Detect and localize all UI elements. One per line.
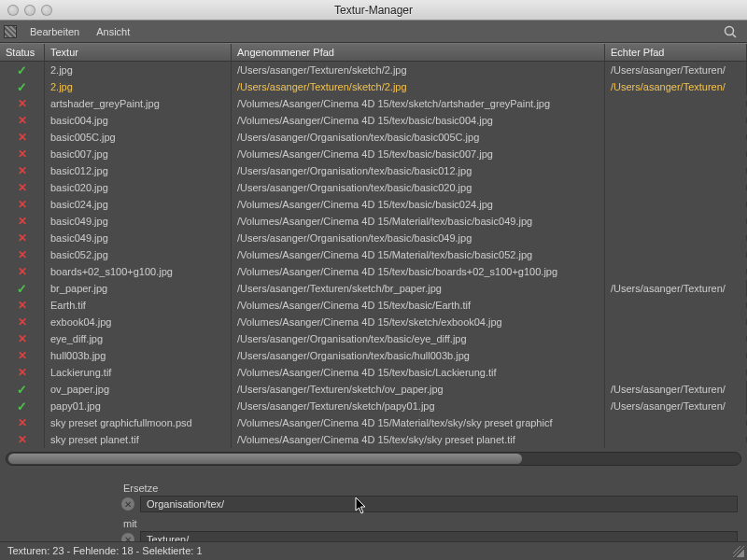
texture-name-cell: Lackierung.tif — [45, 364, 232, 381]
clear-replace-icon[interactable]: ✕ — [121, 497, 134, 511]
assumed-path-cell: /Volumes/Asanger/Cinema 4D 15/Material/t… — [232, 213, 605, 230]
real-path-cell — [605, 336, 747, 342]
status-missing-icon: ✕ — [0, 413, 45, 432]
texture-name-cell: basic012.jpg — [45, 162, 232, 179]
assumed-path-cell: /Volumes/Asanger/Cinema 4D 15/tex/basic/… — [232, 263, 605, 280]
real-path-cell — [605, 302, 747, 308]
status-missing-icon: ✕ — [0, 430, 45, 448]
real-path-cell — [605, 151, 747, 157]
real-path-cell — [605, 252, 747, 258]
table-row[interactable]: ✕basic005C.jpg/Users/asanger/Organisatio… — [0, 129, 747, 146]
real-path-cell — [605, 437, 747, 442]
assumed-path-cell: /Users/asanger/Texturen/sketch/papy01.jp… — [232, 398, 605, 414]
assumed-path-cell: /Volumes/Asanger/Cinema 4D 15/Material/t… — [232, 246, 605, 263]
status-missing-icon: ✕ — [0, 212, 45, 231]
table-header[interactable]: Status Textur Angenommener Pfad Echter P… — [0, 43, 747, 62]
assumed-path-cell: /Users/asanger/Organisation/tex/basic/ba… — [232, 129, 605, 146]
column-header-status[interactable]: Status — [0, 44, 45, 61]
horizontal-scrollbar[interactable] — [6, 452, 741, 466]
table-row[interactable]: ✕sky preset planet.tif/Volumes/Asanger/C… — [0, 431, 747, 448]
texture-name-cell: Earth.tif — [45, 297, 232, 314]
assumed-path-cell: /Volumes/Asanger/Cinema 4D 15/tex/basic/… — [232, 196, 605, 213]
assumed-path-cell: /Users/asanger/Organisation/tex/basic/hu… — [232, 347, 605, 364]
table-row[interactable]: ✕basic007.jpg/Volumes/Asanger/Cinema 4D … — [0, 146, 747, 162]
real-path-cell: /Users/asanger/Texturen/ — [605, 381, 747, 398]
table-row[interactable]: ✓ov_paper.jpg/Users/asanger/Texturen/ske… — [0, 381, 747, 398]
table-row[interactable]: ✕Earth.tif/Volumes/Asanger/Cinema 4D 15/… — [0, 297, 747, 314]
status-missing-icon: ✕ — [0, 111, 45, 130]
column-header-real-path[interactable]: Echter Pfad — [605, 44, 747, 61]
table-row[interactable]: ✕hull003b.jpg/Users/asanger/Organisation… — [0, 347, 747, 364]
table-row[interactable]: ✕basic020.jpg/Users/asanger/Organisation… — [0, 179, 747, 196]
texture-name-cell: basic020.jpg — [45, 179, 232, 196]
texture-name-cell: hull003b.jpg — [45, 347, 232, 364]
assumed-path-cell: /Users/asanger/Texturen/sketch/br_paper.… — [232, 280, 605, 297]
table-row[interactable]: ✕exbook04.jpg/Volumes/Asanger/Cinema 4D … — [0, 314, 747, 330]
real-path-cell — [605, 420, 747, 426]
assumed-path-cell: /Users/asanger/Organisation/tex/basic/ba… — [232, 162, 605, 179]
table-row[interactable]: ✕artshader_greyPaint.jpg/Volumes/Asanger… — [0, 95, 747, 112]
texture-name-cell: 2.jpg — [45, 62, 232, 78]
scrollbar-thumb[interactable] — [8, 454, 522, 464]
assumed-path-cell: /Users/asanger/Texturen/sketch/2.jpg — [232, 78, 605, 95]
table-row[interactable]: ✕eye_diff.jpg/Users/asanger/Organisation… — [0, 330, 747, 347]
real-path-cell — [605, 353, 747, 358]
status-missing-icon: ✕ — [0, 94, 45, 113]
assumed-path-cell: /Volumes/Asanger/Cinema 4D 15/tex/sketch… — [232, 95, 605, 112]
table-row[interactable]: ✕basic049.jpg/Users/asanger/Organisation… — [0, 230, 747, 246]
table-row[interactable]: ✕basic052.jpg/Volumes/Asanger/Cinema 4D … — [0, 246, 747, 263]
status-missing-icon: ✕ — [0, 313, 45, 331]
assumed-path-cell: /Volumes/Asanger/Cinema 4D 15/tex/basic/… — [232, 297, 605, 314]
real-path-cell — [605, 218, 747, 224]
assumed-path-cell: /Users/asanger/Organisation/tex/basic/ba… — [232, 179, 605, 196]
real-path-cell — [605, 235, 747, 241]
real-path-cell: /Users/asanger/Texturen/ — [605, 62, 747, 78]
menubar: Bearbeiten Ansicht — [0, 21, 747, 43]
table-row[interactable]: ✓2.jpg/Users/asanger/Texturen/sketch/2.j… — [0, 78, 747, 95]
status-missing-icon: ✕ — [0, 128, 45, 147]
texture-name-cell: basic024.jpg — [45, 196, 232, 213]
texture-name-cell: basic004.jpg — [45, 112, 232, 129]
texture-name-cell: basic005C.jpg — [45, 129, 232, 146]
real-path-cell — [605, 101, 747, 106]
texture-name-cell: papy01.jpg — [45, 398, 232, 414]
texture-name-cell: 2.jpg — [45, 78, 232, 95]
table-row[interactable]: ✕Lackierung.tif/Volumes/Asanger/Cinema 4… — [0, 364, 747, 381]
texture-name-cell: artshader_greyPaint.jpg — [45, 95, 232, 112]
real-path-cell: /Users/asanger/Texturen/ — [605, 398, 747, 414]
real-path-cell — [605, 118, 747, 123]
texture-name-cell: basic049.jpg — [45, 213, 232, 230]
table-row[interactable]: ✕basic004.jpg/Volumes/Asanger/Cinema 4D … — [0, 112, 747, 129]
table-row[interactable]: ✕boards+02_s100+g100.jpg/Volumes/Asanger… — [0, 263, 747, 280]
table-row[interactable]: ✕sky preset graphicfullmoon.psd/Volumes/… — [0, 414, 747, 431]
with-label: mit — [123, 518, 738, 529]
resize-grip-icon[interactable] — [733, 546, 744, 557]
texture-name-cell: basic049.jpg — [45, 230, 232, 246]
assumed-path-cell: /Volumes/Asanger/Cinema 4D 15/tex/sky/sk… — [232, 431, 605, 448]
replace-input[interactable] — [140, 496, 738, 512]
real-path-cell — [605, 134, 747, 140]
panel-grip-icon[interactable] — [4, 25, 17, 38]
table-row[interactable]: ✕basic012.jpg/Users/asanger/Organisation… — [0, 162, 747, 179]
menu-view[interactable]: Ansicht — [89, 23, 137, 40]
texture-table[interactable]: ✓2.jpg/Users/asanger/Texturen/sketch/2.j… — [0, 62, 747, 448]
assumed-path-cell: /Users/asanger/Organisation/tex/basic/ba… — [232, 230, 605, 246]
status-missing-icon: ✕ — [0, 245, 45, 264]
status-missing-icon: ✕ — [0, 346, 45, 365]
table-row[interactable]: ✓papy01.jpg/Users/asanger/Texturen/sketc… — [0, 398, 747, 414]
table-row[interactable]: ✓br_paper.jpg/Users/asanger/Texturen/ske… — [0, 280, 747, 297]
menu-edit[interactable]: Bearbeiten — [22, 23, 87, 40]
real-path-cell — [605, 185, 747, 190]
table-row[interactable]: ✓2.jpg/Users/asanger/Texturen/sketch/2.j… — [0, 62, 747, 78]
column-header-assumed-path[interactable]: Angenommener Pfad — [232, 44, 605, 61]
table-row[interactable]: ✕basic049.jpg/Volumes/Asanger/Cinema 4D … — [0, 213, 747, 230]
real-path-cell — [605, 370, 747, 375]
column-header-texture[interactable]: Textur — [45, 44, 232, 61]
texture-name-cell: boards+02_s100+g100.jpg — [45, 263, 232, 280]
assumed-path-cell: /Volumes/Asanger/Cinema 4D 15/tex/sketch… — [232, 314, 605, 330]
real-path-cell — [605, 319, 747, 325]
status-missing-icon: ✕ — [0, 161, 45, 180]
table-row[interactable]: ✕basic024.jpg/Volumes/Asanger/Cinema 4D … — [0, 196, 747, 213]
search-icon[interactable] — [723, 24, 738, 39]
status-missing-icon: ✕ — [0, 329, 45, 348]
